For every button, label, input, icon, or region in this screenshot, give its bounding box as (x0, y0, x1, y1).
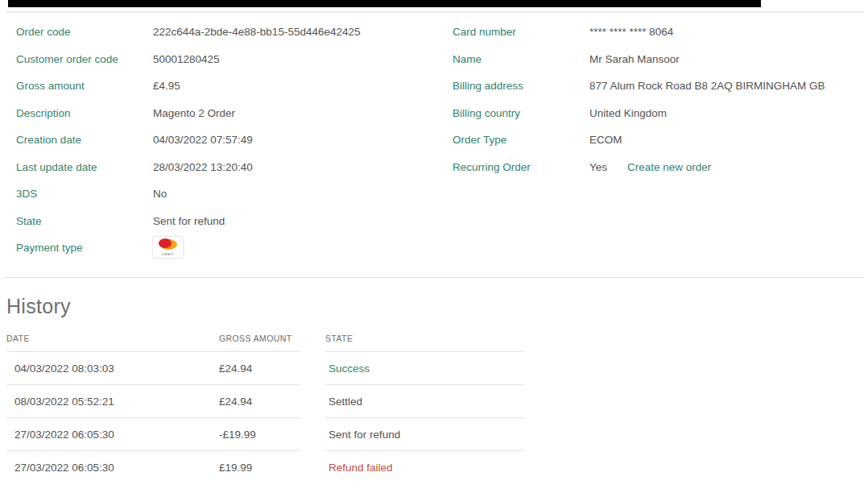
field-value: United Kingdom (589, 106, 667, 121)
field-label: Order code (16, 24, 153, 39)
field-label: Order Type (453, 132, 589, 147)
field-value: 50001280425 (153, 52, 220, 67)
column-header-date: DATE (6, 330, 219, 351)
field-value: Mr Sarah Mansoor (589, 52, 680, 67)
history-row: 08/03/2022 05:52:21 £24.94 Settled (6, 385, 523, 418)
detail-row-payment-type: Payment type DEBIT (16, 240, 453, 258)
history-gross-amount: -£19.99 (219, 418, 300, 450)
detail-row-gross-amount: Gross amount £4.95 (16, 78, 453, 93)
mastercard-red-circle (159, 238, 172, 248)
detail-row-last-update-date: Last update date 28/03/2022 13:20:40 (16, 160, 453, 175)
field-value: **** **** **** 8064 (589, 24, 673, 39)
history-row: 27/03/2022 06:05:30 £19.99 Refund failed (6, 451, 523, 483)
detail-row-3ds: 3DS No (16, 186, 453, 201)
field-label: Name (453, 52, 589, 67)
detail-row-order-code: Order code 222c644a-2bde-4e88-bb15-55d44… (16, 24, 453, 39)
history-date: 04/03/2022 08:03:03 (6, 352, 219, 384)
field-value: Magento 2 Order (153, 106, 235, 121)
order-details-left-column: Order code 222c644a-2bde-4e88-bb15-55d44… (16, 24, 453, 270)
field-label: 3DS (16, 186, 153, 201)
detail-row-billing-address: Billing address 877 Alum Rock Road B8 2A… (453, 78, 868, 93)
field-label: Payment type (16, 240, 153, 255)
field-label: State (16, 213, 153, 229)
history-gross-amount: £24.94 (219, 385, 300, 417)
history-state: Settled (325, 385, 523, 417)
history-table-header: DATE GROSS AMOUNT STATE (6, 330, 523, 352)
create-new-order-link[interactable]: Create new order (627, 161, 711, 173)
detail-row-card-number: Card number **** **** **** 8064 (453, 24, 868, 39)
detail-row-order-type: Order Type ECOM (453, 132, 868, 147)
field-label: Recurring Order (453, 160, 589, 175)
field-label: Creation date (16, 132, 153, 147)
history-row: 27/03/2022 06:05:30 -£19.99 Sent for ref… (6, 418, 523, 451)
debit-label: DEBIT (159, 251, 176, 259)
field-value: 877 Alum Rock Road B8 2AQ BIRMINGHAM GB (589, 78, 825, 93)
order-details-right-column: Card number **** **** **** 8064 Name Mr … (453, 24, 868, 270)
detail-row-creation-date: Creation date 04/03/2022 07:57:49 (16, 132, 453, 147)
order-details-section: Order code 222c644a-2bde-4e88-bb15-55d44… (0, 0, 868, 270)
field-value: 28/03/2022 13:20:40 (153, 160, 253, 175)
history-section-title: History (6, 295, 71, 318)
field-value: YesCreate new order (589, 160, 711, 175)
field-value: £4.95 (153, 78, 180, 93)
field-label: Gross amount (16, 78, 153, 93)
field-value: 222c644a-2bde-4e88-bb15-55d446e42425 (153, 24, 360, 39)
detail-row-recurring-order: Recurring Order YesCreate new order (453, 160, 868, 175)
section-divider (4, 277, 864, 278)
history-state: Success (325, 352, 523, 384)
field-label: Card number (453, 24, 589, 39)
top-divider (6, 11, 863, 13)
field-value: ECOM (589, 132, 622, 147)
detail-row-billing-country: Billing country United Kingdom (453, 106, 868, 121)
field-value: No (153, 186, 167, 201)
field-value: Sent for refund (153, 213, 225, 229)
field-label: Description (16, 106, 153, 121)
window-top-bar (8, 0, 761, 7)
recurring-order-value: Yes (589, 161, 607, 173)
field-value: 04/03/2022 07:57:49 (153, 132, 253, 147)
column-header-gross-amount: GROSS AMOUNT (219, 330, 300, 351)
history-date: 27/03/2022 06:05:30 (6, 451, 219, 483)
detail-row-description: Description Magento 2 Order (16, 106, 453, 121)
field-value: DEBIT (153, 240, 183, 258)
mastercard-debit-icon: DEBIT (153, 237, 183, 258)
detail-row-state: State Sent for refund (16, 213, 453, 229)
history-gross-amount: £19.99 (219, 451, 300, 483)
detail-row-name: Name Mr Sarah Mansoor (453, 52, 868, 67)
history-state: Refund failed (325, 451, 523, 483)
history-state: Sent for refund (325, 418, 523, 450)
column-header-state: STATE (325, 330, 523, 351)
history-row: 04/03/2022 08:03:03 £24.94 Success (6, 352, 523, 385)
history-table: DATE GROSS AMOUNT STATE 04/03/2022 08:03… (6, 330, 523, 483)
field-label: Billing address (453, 78, 589, 93)
field-label: Last update date (16, 160, 153, 175)
history-date: 27/03/2022 06:05:30 (6, 418, 219, 450)
history-date: 08/03/2022 05:52:21 (6, 385, 219, 417)
history-gross-amount: £24.94 (219, 352, 300, 384)
detail-row-customer-order-code: Customer order code 50001280425 (16, 52, 453, 67)
field-label: Billing country (453, 106, 589, 121)
field-label: Customer order code (16, 52, 153, 67)
